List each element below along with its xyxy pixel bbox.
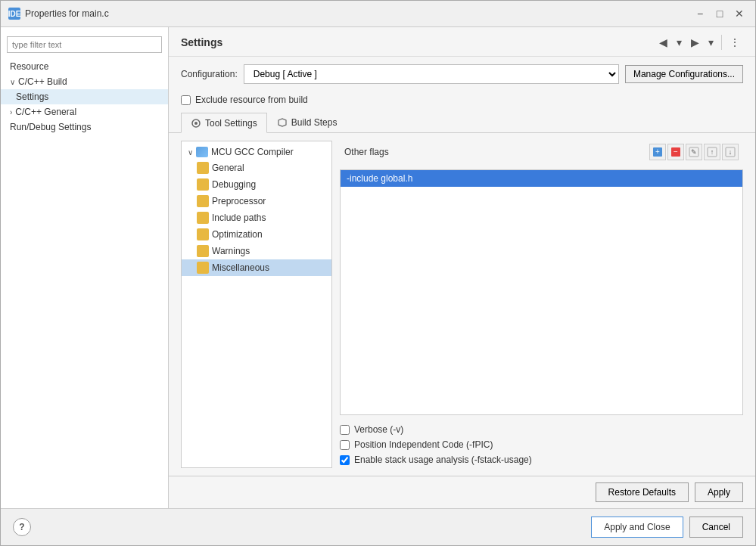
general-icon: [197, 162, 209, 174]
stack-row: Enable stack usage analysis (-fstack-usa…: [340, 454, 743, 465]
include-paths-icon: [197, 212, 209, 224]
preprocessor-icon: [197, 195, 209, 207]
right-panel: Settings ◀ ▾ ▶ ▾ ⋮ Configuration: Debug …: [169, 27, 755, 508]
maximize-button[interactable]: □: [711, 5, 728, 22]
exclude-checkbox[interactable]: [181, 95, 191, 105]
warnings-icon: [197, 245, 209, 257]
sidebar: Resource ∨ C/C++ Build Settings › C/C++ …: [1, 27, 169, 508]
tree-item-warnings[interactable]: Warnings: [182, 243, 331, 259]
pic-label: Position Independent Code (-fPIC): [354, 439, 493, 450]
svg-text:✎: ✎: [691, 148, 697, 156]
build-steps-icon: [277, 117, 288, 128]
add-flag-button[interactable]: +: [649, 144, 666, 160]
sidebar-item-resource[interactable]: Resource: [1, 59, 168, 74]
apply-button[interactable]: Apply: [695, 482, 743, 502]
verbose-row: Verbose (-v): [340, 424, 743, 435]
run-debug-label: Run/Debug Settings: [10, 122, 91, 132]
edit-icon: ✎: [689, 147, 699, 157]
move-up-icon: ↑: [707, 147, 717, 157]
cancel-button[interactable]: Cancel: [689, 517, 743, 538]
debugging-icon: [197, 178, 209, 191]
footer-left: ?: [13, 518, 31, 536]
tree-item-preprocessor[interactable]: Preprocessor: [182, 193, 331, 209]
move-down-button[interactable]: ↓: [722, 144, 739, 160]
flag-item[interactable]: -include global.h: [341, 170, 742, 187]
sidebar-item-cpp-build[interactable]: ∨ C/C++ Build: [1, 74, 168, 89]
nav-back-button[interactable]: ◀: [656, 35, 670, 50]
edit-flag-button[interactable]: ✎: [686, 144, 702, 160]
stack-checkbox[interactable]: [340, 455, 350, 465]
minimize-button[interactable]: −: [692, 5, 708, 22]
config-label: Configuration:: [181, 69, 238, 79]
cpp-general-arrow: ›: [10, 108, 12, 116]
cpp-general-label: C/C++ General: [15, 107, 76, 117]
tree-item-miscellaneous[interactable]: Miscellaneous: [182, 259, 331, 276]
delete-icon: −: [670, 147, 681, 157]
tree-item-mcu-gcc[interactable]: ∨ MCU GCC Compiler: [182, 144, 331, 160]
miscellaneous-icon: [197, 262, 209, 274]
nav-forward-dropdown[interactable]: ▾: [705, 35, 717, 50]
sidebar-item-cpp-general[interactable]: › C/C++ General: [1, 104, 168, 119]
filter-input[interactable]: [7, 36, 162, 53]
bottom-buttons: Restore Defaults Apply: [169, 476, 755, 508]
tabs-row: Tool Settings Build Steps: [169, 113, 755, 133]
header-nav: ◀ ▾ ▶ ▾ ⋮: [656, 35, 743, 50]
properties-dialog: IDE Properties for main.c − □ ✕ Resource…: [0, 0, 756, 546]
nav-separator: [721, 35, 722, 50]
tab-tool-settings[interactable]: Tool Settings: [181, 113, 267, 133]
flags-panel: Other flags + − ✎: [340, 141, 743, 468]
delete-flag-button[interactable]: −: [667, 144, 684, 160]
optimization-icon: [197, 228, 209, 240]
svg-text:↓: ↓: [729, 148, 733, 156]
pic-row: Position Independent Code (-fPIC): [340, 439, 743, 450]
window-controls: − □ ✕: [692, 5, 748, 22]
flags-toolbar: + − ✎ ↑ ↓: [649, 144, 739, 160]
svg-text:−: −: [674, 147, 678, 156]
sidebar-item-settings[interactable]: Settings: [1, 89, 168, 104]
config-select[interactable]: Debug [ Active ]: [244, 64, 619, 84]
manage-configs-button[interactable]: Manage Configurations...: [625, 65, 743, 83]
add-icon: +: [652, 147, 663, 157]
settings-title: Settings: [181, 36, 222, 48]
compiler-icon: [196, 147, 208, 157]
settings-label: Settings: [16, 92, 48, 102]
resource-label: Resource: [10, 61, 48, 72]
tool-settings-icon: [191, 118, 201, 129]
config-row: Configuration: Debug [ Active ] Manage C…: [169, 57, 755, 92]
apply-close-button[interactable]: Apply and Close: [591, 517, 683, 538]
tree-item-debugging[interactable]: Debugging: [182, 176, 331, 193]
tree-item-optimization[interactable]: Optimization: [182, 226, 331, 243]
tool-content: ∨ MCU GCC Compiler General Debugging: [169, 133, 755, 476]
dialog-title: Properties for main.c: [25, 8, 109, 19]
settings-header: Settings ◀ ▾ ▶ ▾ ⋮: [169, 27, 755, 57]
flags-list: -include global.h: [340, 169, 743, 415]
nav-back-dropdown[interactable]: ▾: [674, 35, 685, 50]
tree-item-include-paths[interactable]: Include paths: [182, 209, 331, 226]
svg-point-1: [194, 122, 198, 125]
cpp-build-label: C/C++ Build: [18, 76, 67, 87]
flags-header: Other flags + − ✎: [340, 141, 743, 163]
tab-build-steps[interactable]: Build Steps: [267, 113, 347, 132]
close-button[interactable]: ✕: [731, 5, 748, 22]
checkboxes-section: Verbose (-v) Position Independent Code (…: [340, 421, 743, 468]
flags-title: Other flags: [344, 147, 389, 157]
main-content: Resource ∨ C/C++ Build Settings › C/C++ …: [1, 27, 755, 508]
restore-defaults-button[interactable]: Restore Defaults: [596, 482, 689, 502]
verbose-checkbox[interactable]: [340, 425, 350, 435]
sidebar-item-run-debug[interactable]: Run/Debug Settings: [1, 119, 168, 135]
nav-forward-button[interactable]: ▶: [688, 35, 702, 50]
cpp-build-arrow: ∨: [10, 78, 15, 86]
title-bar: IDE Properties for main.c − □ ✕: [1, 1, 755, 27]
tool-tree-panel: ∨ MCU GCC Compiler General Debugging: [181, 141, 332, 468]
pic-checkbox[interactable]: [340, 440, 350, 450]
footer-right: Apply and Close Cancel: [591, 517, 743, 538]
ide-icon: IDE: [8, 8, 20, 20]
svg-text:↑: ↑: [711, 148, 714, 156]
exclude-row: Exclude resource from build: [169, 92, 755, 113]
verbose-label: Verbose (-v): [354, 424, 403, 435]
nav-menu-button[interactable]: ⋮: [726, 35, 743, 50]
move-up-button[interactable]: ↑: [704, 144, 720, 160]
help-button[interactable]: ?: [13, 518, 31, 536]
svg-text:+: +: [655, 147, 660, 156]
tree-item-general[interactable]: General: [182, 160, 331, 176]
